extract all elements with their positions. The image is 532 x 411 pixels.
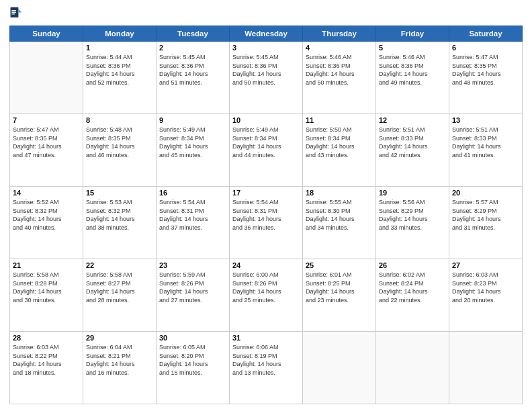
day-number: 4 <box>306 44 373 52</box>
cell-info: Sunrise: 5:45 AMSunset: 8:36 PMDaylight:… <box>159 53 226 87</box>
calendar-cell: 27Sunrise: 6:03 AMSunset: 8:23 PMDayligh… <box>449 259 523 332</box>
day-number: 25 <box>306 261 373 269</box>
calendar-cell: 11Sunrise: 5:50 AMSunset: 8:34 PMDayligh… <box>303 114 376 187</box>
cell-info: Sunrise: 5:56 AMSunset: 8:29 PMDaylight:… <box>379 198 446 232</box>
cell-info: Sunrise: 5:48 AMSunset: 8:35 PMDaylight:… <box>86 126 153 159</box>
day-number: 17 <box>232 189 300 197</box>
day-number: 28 <box>13 334 80 342</box>
calendar-cell: 16Sunrise: 5:54 AMSunset: 8:31 PMDayligh… <box>157 187 230 259</box>
header <box>9 7 523 21</box>
cell-info: Sunrise: 5:47 AMSunset: 8:35 PMDaylight:… <box>452 53 519 87</box>
calendar-cell: 26Sunrise: 6:02 AMSunset: 8:24 PMDayligh… <box>376 259 449 332</box>
calendar-cell: 7Sunrise: 5:47 AMSunset: 8:35 PMDaylight… <box>10 114 83 187</box>
cell-info: Sunrise: 5:50 AMSunset: 8:34 PMDaylight:… <box>306 126 373 159</box>
cell-info: Sunrise: 6:03 AMSunset: 8:23 PMDaylight:… <box>452 271 519 304</box>
logo-icon <box>9 7 23 21</box>
calendar-cell <box>303 332 376 404</box>
calendar-cell: 20Sunrise: 5:57 AMSunset: 8:29 PMDayligh… <box>449 187 523 259</box>
calendar-cell: 13Sunrise: 5:51 AMSunset: 8:33 PMDayligh… <box>449 114 523 187</box>
day-number: 9 <box>159 116 226 124</box>
calendar-cell: 6Sunrise: 5:47 AMSunset: 8:35 PMDaylight… <box>449 42 523 114</box>
svg-rect-4 <box>11 13 15 14</box>
calendar-cell: 8Sunrise: 5:48 AMSunset: 8:35 PMDaylight… <box>83 114 157 187</box>
cell-info: Sunrise: 6:05 AMSunset: 8:20 PMDaylight:… <box>159 343 226 377</box>
week-row-2: 14Sunrise: 5:52 AMSunset: 8:32 PMDayligh… <box>10 187 523 259</box>
svg-marker-1 <box>18 9 21 12</box>
cell-info: Sunrise: 5:58 AMSunset: 8:28 PMDaylight:… <box>13 271 80 304</box>
cell-info: Sunrise: 5:54 AMSunset: 8:31 PMDaylight:… <box>159 198 226 232</box>
calendar-cell: 10Sunrise: 5:49 AMSunset: 8:34 PMDayligh… <box>230 114 303 187</box>
cell-info: Sunrise: 5:47 AMSunset: 8:35 PMDaylight:… <box>13 126 80 159</box>
calendar-cell: 1Sunrise: 5:44 AMSunset: 8:36 PMDaylight… <box>83 42 157 114</box>
day-number: 12 <box>379 116 446 124</box>
weekday-saturday: Saturday <box>449 26 523 42</box>
svg-rect-3 <box>11 12 16 13</box>
calendar-cell: 30Sunrise: 6:05 AMSunset: 8:20 PMDayligh… <box>157 332 230 404</box>
cell-info: Sunrise: 6:01 AMSunset: 8:25 PMDaylight:… <box>306 271 373 304</box>
day-number: 24 <box>232 261 300 269</box>
calendar-cell: 25Sunrise: 6:01 AMSunset: 8:25 PMDayligh… <box>303 259 376 332</box>
calendar-table: SundayMondayTuesdayWednesdayThursdayFrid… <box>9 26 523 404</box>
calendar-cell <box>376 332 449 404</box>
logo <box>9 7 26 21</box>
calendar-cell: 4Sunrise: 5:46 AMSunset: 8:36 PMDaylight… <box>303 42 376 114</box>
page: SundayMondayTuesdayWednesdayThursdayFrid… <box>0 0 532 411</box>
cell-info: Sunrise: 5:55 AMSunset: 8:30 PMDaylight:… <box>306 198 373 232</box>
cell-info: Sunrise: 6:06 AMSunset: 8:19 PMDaylight:… <box>232 343 300 377</box>
weekday-header-row: SundayMondayTuesdayWednesdayThursdayFrid… <box>10 26 523 42</box>
cell-info: Sunrise: 6:00 AMSunset: 8:26 PMDaylight:… <box>232 271 300 304</box>
day-number: 13 <box>452 116 519 124</box>
calendar-cell: 19Sunrise: 5:56 AMSunset: 8:29 PMDayligh… <box>376 187 449 259</box>
cell-info: Sunrise: 5:46 AMSunset: 8:36 PMDaylight:… <box>306 53 373 87</box>
week-row-3: 21Sunrise: 5:58 AMSunset: 8:28 PMDayligh… <box>10 259 523 332</box>
day-number: 23 <box>159 261 226 269</box>
calendar-cell: 5Sunrise: 5:46 AMSunset: 8:36 PMDaylight… <box>376 42 449 114</box>
cell-info: Sunrise: 5:49 AMSunset: 8:34 PMDaylight:… <box>159 126 226 159</box>
calendar-cell: 14Sunrise: 5:52 AMSunset: 8:32 PMDayligh… <box>10 187 83 259</box>
calendar-body: 1Sunrise: 5:44 AMSunset: 8:36 PMDaylight… <box>10 42 523 404</box>
weekday-thursday: Thursday <box>303 26 376 42</box>
cell-info: Sunrise: 5:53 AMSunset: 8:32 PMDaylight:… <box>86 198 153 232</box>
day-number: 14 <box>13 189 80 197</box>
calendar-cell: 29Sunrise: 6:04 AMSunset: 8:21 PMDayligh… <box>83 332 157 404</box>
calendar-cell: 17Sunrise: 5:54 AMSunset: 8:31 PMDayligh… <box>230 187 303 259</box>
cell-info: Sunrise: 5:45 AMSunset: 8:36 PMDaylight:… <box>232 53 300 87</box>
day-number: 30 <box>159 334 226 342</box>
week-row-4: 28Sunrise: 6:03 AMSunset: 8:22 PMDayligh… <box>10 332 523 404</box>
svg-rect-2 <box>11 10 16 11</box>
calendar-cell: 3Sunrise: 5:45 AMSunset: 8:36 PMDaylight… <box>230 42 303 114</box>
calendar-cell: 9Sunrise: 5:49 AMSunset: 8:34 PMDaylight… <box>157 114 230 187</box>
calendar-cell <box>449 332 523 404</box>
day-number: 3 <box>232 44 300 52</box>
calendar-cell: 28Sunrise: 6:03 AMSunset: 8:22 PMDayligh… <box>10 332 83 404</box>
day-number: 21 <box>13 261 80 269</box>
day-number: 2 <box>159 44 226 52</box>
cell-info: Sunrise: 5:51 AMSunset: 8:33 PMDaylight:… <box>379 126 446 159</box>
day-number: 8 <box>86 116 153 124</box>
day-number: 19 <box>379 189 446 197</box>
day-number: 15 <box>86 189 153 197</box>
cell-info: Sunrise: 5:52 AMSunset: 8:32 PMDaylight:… <box>13 198 80 232</box>
week-row-0: 1Sunrise: 5:44 AMSunset: 8:36 PMDaylight… <box>10 42 523 114</box>
calendar-cell <box>10 42 83 114</box>
day-number: 10 <box>232 116 300 124</box>
day-number: 22 <box>86 261 153 269</box>
cell-info: Sunrise: 5:59 AMSunset: 8:26 PMDaylight:… <box>159 271 226 304</box>
calendar-cell: 24Sunrise: 6:00 AMSunset: 8:26 PMDayligh… <box>230 259 303 332</box>
day-number: 20 <box>452 189 519 197</box>
calendar-cell: 12Sunrise: 5:51 AMSunset: 8:33 PMDayligh… <box>376 114 449 187</box>
cell-info: Sunrise: 6:04 AMSunset: 8:21 PMDaylight:… <box>86 343 153 377</box>
calendar-cell: 21Sunrise: 5:58 AMSunset: 8:28 PMDayligh… <box>10 259 83 332</box>
day-number: 16 <box>159 189 226 197</box>
week-row-1: 7Sunrise: 5:47 AMSunset: 8:35 PMDaylight… <box>10 114 523 187</box>
cell-info: Sunrise: 5:51 AMSunset: 8:33 PMDaylight:… <box>452 126 519 159</box>
cell-info: Sunrise: 6:02 AMSunset: 8:24 PMDaylight:… <box>379 271 446 304</box>
calendar-cell: 18Sunrise: 5:55 AMSunset: 8:30 PMDayligh… <box>303 187 376 259</box>
day-number: 29 <box>86 334 153 342</box>
day-number: 11 <box>306 116 373 124</box>
day-number: 7 <box>13 116 80 124</box>
cell-info: Sunrise: 6:03 AMSunset: 8:22 PMDaylight:… <box>13 343 80 377</box>
calendar-cell: 31Sunrise: 6:06 AMSunset: 8:19 PMDayligh… <box>230 332 303 404</box>
cell-info: Sunrise: 5:44 AMSunset: 8:36 PMDaylight:… <box>86 53 153 87</box>
weekday-friday: Friday <box>376 26 449 42</box>
